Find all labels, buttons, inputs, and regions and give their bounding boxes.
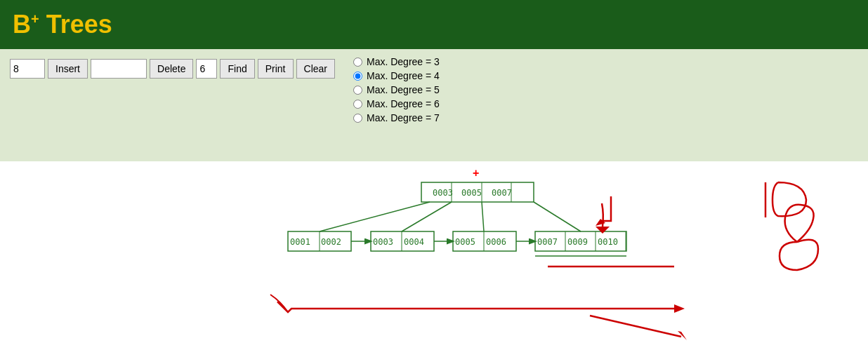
degree-options: Max. Degree = 3 Max. Degree = 4 Max. Deg…	[353, 56, 440, 123]
insert-button[interactable]: Insert	[48, 59, 88, 79]
svg-text:0005: 0005	[455, 237, 475, 247]
degree-5-radio[interactable]	[353, 86, 362, 95]
delete-input[interactable]	[91, 59, 147, 79]
degree-5-label: Max. Degree = 5	[367, 84, 440, 95]
degree-5-option[interactable]: Max. Degree = 5	[353, 84, 440, 95]
app-header: B+ Trees	[0, 0, 868, 49]
main-content: + 0003 0005 0007 0001 0002 0003 0004	[0, 161, 868, 357]
svg-line-30	[402, 202, 452, 231]
find-input[interactable]	[196, 59, 217, 79]
degree-4-label: Max. Degree = 4	[367, 70, 440, 81]
degree-3-option[interactable]: Max. Degree = 3	[353, 56, 440, 67]
degree-6-label: Max. Degree = 6	[367, 98, 440, 109]
svg-line-32	[534, 202, 581, 231]
leaf-node-4: 0007 0009 0010	[535, 231, 626, 251]
svg-text:0003: 0003	[373, 237, 393, 247]
svg-text:0007: 0007	[537, 237, 558, 247]
degree-6-option[interactable]: Max. Degree = 6	[353, 98, 440, 109]
svg-text:0006: 0006	[486, 237, 506, 247]
svg-line-31	[482, 202, 484, 231]
delete-button[interactable]: Delete	[150, 59, 193, 79]
svg-text:0004: 0004	[404, 237, 424, 247]
toolbar: Insert Delete Find Print Clear	[10, 59, 335, 79]
root-node: 0003 0005 0007	[421, 182, 534, 202]
clear-button[interactable]: Clear	[296, 59, 335, 79]
degree-6-radio[interactable]	[353, 100, 362, 109]
svg-text:0010: 0010	[598, 237, 618, 247]
degree-4-radio[interactable]	[353, 72, 362, 81]
degree-7-label: Max. Degree = 7	[367, 112, 440, 123]
degree-4-option[interactable]: Max. Degree = 4	[353, 70, 440, 81]
find-button[interactable]: Find	[220, 59, 254, 79]
degree-3-radio[interactable]	[353, 58, 362, 67]
degree-3-label: Max. Degree = 3	[367, 56, 440, 67]
svg-text:0009: 0009	[567, 237, 588, 247]
insert-input[interactable]	[10, 59, 45, 79]
controls-area: Insert Delete Find Print Clear Max. Degr…	[0, 49, 868, 161]
leaf-node-2: 0003 0004	[371, 231, 434, 251]
add-node-button: +	[473, 167, 479, 179]
leaf-node-3: 0005 0006	[453, 231, 516, 251]
svg-text:0007: 0007	[492, 188, 512, 198]
print-button[interactable]: Print	[258, 59, 294, 79]
degree-7-radio[interactable]	[353, 114, 362, 123]
svg-line-29	[320, 202, 430, 231]
app-title: B+ Trees	[13, 10, 112, 39]
svg-text:0005: 0005	[461, 188, 482, 198]
svg-text:0002: 0002	[321, 237, 341, 247]
degree-7-option[interactable]: Max. Degree = 7	[353, 112, 440, 123]
leaf-node-1: 0001 0002	[288, 231, 351, 251]
tree-diagram: + 0003 0005 0007 0001 0002 0003 0004	[0, 161, 868, 357]
svg-text:0003: 0003	[433, 188, 453, 198]
svg-text:0001: 0001	[290, 237, 310, 247]
